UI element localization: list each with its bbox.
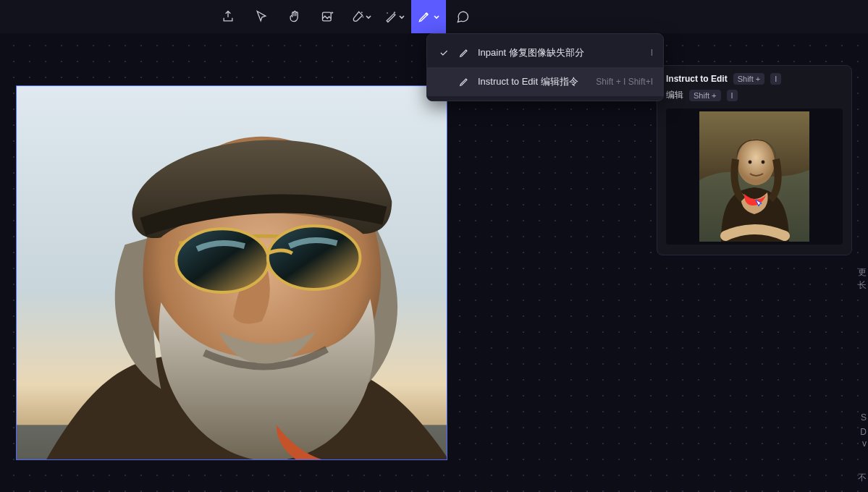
edge-char: 不 — [858, 472, 867, 484]
dropdown-item-shortcut: I — [651, 48, 653, 58]
panel-row2-label: 编辑 — [666, 89, 683, 101]
panel-kbd-i: I — [727, 90, 738, 101]
dropdown-item-shortcut: Shift + I Shift+I — [596, 77, 653, 87]
brush-sparkle-icon[interactable] — [345, 0, 378, 33]
svg-point-10 — [749, 161, 752, 164]
edge-char: v — [862, 438, 867, 449]
pen-icon — [458, 76, 471, 88]
svg-point-7 — [268, 226, 361, 289]
export-icon[interactable] — [211, 0, 245, 33]
wand-sparkle-icon[interactable] — [378, 0, 411, 33]
pen-tool-dropdown: Inpaint 修复图像缺失部分 I Instruct to Edit 编辑指令… — [426, 33, 664, 101]
hand-icon[interactable] — [278, 0, 311, 33]
comment-icon[interactable] — [446, 0, 479, 33]
chevron-down-icon[interactable] — [433, 13, 440, 20]
cursor-icon[interactable] — [245, 0, 278, 33]
dropdown-item-label: Instruct to Edit 编辑指令 — [478, 75, 578, 88]
dropdown-item-label: Inpaint 修复图像缺失部分 — [478, 46, 584, 59]
panel-kbd-shift: Shift + — [689, 90, 721, 101]
panel-kbd-i: I — [770, 73, 781, 85]
panel-kbd-shift: Shift + — [733, 73, 765, 85]
svg-point-11 — [762, 161, 765, 164]
instruct-to-edit-panel: Instruct to Edit Shift + I 编辑 Shift + I — [657, 65, 852, 255]
edge-char: D — [860, 427, 867, 437]
edge-char: S — [861, 412, 867, 423]
panel-title: Instruct to Edit — [666, 74, 728, 84]
image-sparkle-icon[interactable] — [311, 0, 345, 33]
edge-char: 长 — [858, 279, 867, 292]
pen-icon — [458, 47, 471, 59]
pen-tool-button[interactable] — [411, 0, 446, 33]
dropdown-item-instruct-to-edit[interactable]: Instruct to Edit 编辑指令 Shift + I Shift+I — [427, 67, 663, 96]
dropdown-item-inpaint[interactable]: Inpaint 修复图像缺失部分 I — [427, 38, 663, 67]
edge-char: 更 — [858, 266, 867, 279]
panel-preview-thumbnail — [666, 109, 843, 245]
canvas-selected-image[interactable] — [16, 85, 447, 460]
top-toolbar — [0, 0, 868, 33]
svg-point-6 — [176, 229, 269, 292]
svg-point-1 — [361, 12, 363, 13]
check-icon — [437, 48, 450, 58]
svg-point-2 — [387, 12, 388, 14]
svg-point-9 — [737, 139, 775, 185]
